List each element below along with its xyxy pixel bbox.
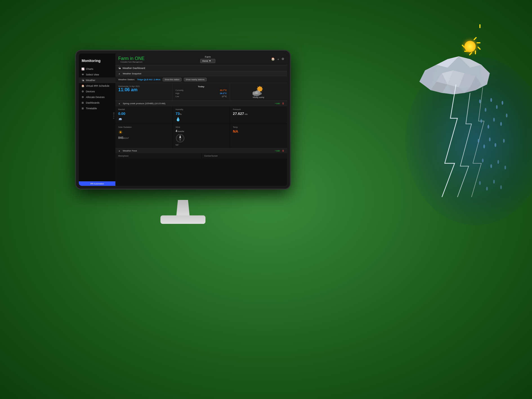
menu-vertical-label: M e n u — [112, 111, 115, 120]
feed-add-button[interactable]: + Add — [275, 150, 280, 152]
temp-label: Temp — [233, 126, 284, 128]
plus-icon[interactable]: ＋ — [277, 57, 280, 61]
mostly-sunny-label: Mostly sunny — [253, 96, 264, 98]
solar-value: 846W/m² — [118, 136, 170, 139]
rainfall-card: Rainfall 0.00 🌧 — [115, 106, 173, 124]
sensor-delete-button[interactable]: 🗑 — [282, 102, 284, 105]
svg-point-29 — [490, 164, 492, 168]
schedule-icon: 🏠 — [81, 84, 84, 88]
sunrise-sunset-label: Sunrise/Sunset — [204, 155, 285, 157]
device-icon: ⚙ — [81, 90, 84, 93]
svg-point-35 — [500, 185, 502, 189]
svg-point-26 — [495, 143, 496, 147]
station-label: Weather Station: — [118, 78, 135, 81]
sidebar-item-devices[interactable]: ⚙ Devices — [79, 89, 115, 94]
wind-label: Wind — [176, 126, 227, 128]
today-weather-grid: Wednesday 14 Apr 2021 11:06 am Today Cur… — [115, 83, 287, 101]
humidity-card: Humidity 73% 💧 — [173, 106, 230, 124]
svg-point-17 — [502, 101, 503, 105]
wind-value: 4 km/hr — [176, 129, 227, 133]
weather-feed-title: Weather Feed — [123, 150, 137, 152]
logo-one: ONE — [135, 56, 145, 61]
logo-farm: Farm — [118, 56, 130, 61]
top-icons: 🏠 ＋ ⚙ — [271, 57, 284, 61]
humidity-value: 73% — [176, 112, 227, 116]
pressure-value: 27.627 mb — [233, 112, 284, 116]
sensor-grid-row2: Solar Radiation ☀ 846W/m² Wind 4 km/hr — [115, 124, 287, 148]
svg-point-18 — [480, 119, 482, 123]
today-time: 11:06 am — [118, 87, 169, 92]
charts-icon: 📈 — [81, 67, 84, 71]
sensor-collapse-arrow[interactable]: ▲ — [118, 102, 120, 105]
svg-point-34 — [493, 180, 495, 184]
sidebar-item-virtual-irr[interactable]: 🏠 Virtual IRR Schedule — [79, 83, 115, 89]
rainfall-icon: 🌧 — [118, 117, 170, 121]
svg-point-13 — [479, 99, 481, 103]
sensor-section-header: ▲ Spring creek produce (105485) (10:15 A… — [115, 101, 287, 106]
svg-point-31 — [504, 166, 506, 170]
today-date: Wednesday 14 Apr 2021 — [118, 85, 169, 87]
sensor-add-button[interactable]: + Add — [275, 102, 280, 104]
logo-subtitle: Complete Farm Management — [120, 61, 142, 63]
feed-delete-button[interactable]: 🗑 — [282, 150, 284, 152]
currently-label: Currently — [175, 89, 183, 91]
show-nearby-button[interactable]: Show nearby stations — [184, 78, 207, 81]
logo-text: Farm in ONE — [118, 56, 144, 61]
wind-compass-icon — [176, 134, 185, 143]
gear-icon[interactable]: ⚙ — [281, 57, 284, 61]
low-label: Low — [175, 95, 179, 97]
home-icon[interactable]: 🏠 — [271, 57, 275, 61]
svg-point-15 — [490, 98, 492, 102]
feed-collapse-arrow[interactable]: ▲ — [118, 150, 120, 152]
svg-point-33 — [486, 187, 488, 191]
main-content: Farm in ONE Complete Farm Management Far… — [115, 54, 287, 186]
monitor-stand-base — [160, 215, 205, 224]
svg-line-42 — [261, 91, 262, 91]
rainfall-value: 0.00 — [118, 112, 170, 116]
weather-snapshot-title: Weather Snapshot — [123, 72, 141, 75]
monitor-stand-neck — [175, 200, 191, 217]
sunrise-sunset-card: Sunrise/Sunset — [202, 153, 287, 159]
show-station-button[interactable]: Show this station — [163, 78, 182, 81]
solar-label: Solar Radiation — [118, 126, 170, 128]
sensor-grid-row1: Rainfall 0.00 🌧 Humidity 73% 💧 P — [115, 106, 287, 124]
monitor: Monitoring 📈 Charts 👁 Select View 🌤 Weat… — [76, 51, 290, 203]
sidebar-item-allocate-devices[interactable]: ⚙ Allocate Devices — [79, 94, 115, 100]
sidebar-item-timetable[interactable]: ⊞ Timetable — [79, 106, 115, 111]
sidebar-item-charts[interactable]: 📈 Charts — [79, 66, 115, 72]
rainfall-label: Rainfall — [118, 108, 170, 110]
humidity-label: Humidity — [176, 108, 227, 110]
svg-point-28 — [482, 159, 484, 162]
moonphase-card: Moonphase — [115, 153, 201, 159]
svg-line-41 — [258, 87, 258, 87]
high-value: 28.2°C — [220, 92, 227, 95]
svg-point-16 — [496, 105, 498, 109]
eye-icon: 👁 — [81, 73, 84, 76]
wind-card: Wind 4 km/hr NA° — [173, 124, 230, 148]
svg-point-30 — [497, 160, 499, 164]
collapse-arrow[interactable]: ▲ — [118, 72, 120, 75]
svg-point-19 — [488, 125, 489, 129]
svg-point-14 — [485, 108, 486, 112]
irr-automation-bar[interactable]: IRR Automation — [79, 181, 115, 186]
timetable-icon: ⊞ — [81, 107, 84, 110]
sidebar-item-select-view[interactable]: 👁 Select View — [79, 72, 115, 77]
weather-dashboard-header: 🌤 Weather Dashboard — [115, 65, 287, 71]
currently-value: 23.7°C — [220, 89, 227, 92]
allocate-icon: ⚙ — [81, 95, 84, 99]
moonphase-label: Moonphase — [118, 155, 198, 157]
sidebar-item-dashboards[interactable]: ⊞ Dashboards — [79, 100, 115, 106]
weather-feed-grid: Moonphase Sunrise/Sunset — [115, 153, 287, 159]
today-date-panel: Wednesday 14 Apr 2021 11:06 am — [115, 83, 173, 101]
high-row: High 28.2°C — [175, 92, 227, 95]
weather-icon: 🌤 — [81, 79, 84, 82]
sensor-section-title: Spring creek produce (105485) (10:15 AM) — [123, 102, 166, 105]
pressure-label: Pressure — [233, 108, 284, 110]
svg-point-27 — [503, 139, 505, 143]
farm-selector: Farm Home ▼ — [200, 55, 215, 63]
home-dropdown[interactable]: Home ▼ — [200, 59, 215, 63]
low-row: Low 17°C — [175, 95, 227, 98]
low-value: 17°C — [222, 95, 227, 98]
solar-radiation-card: Solar Radiation ☀ 846W/m² — [115, 124, 173, 148]
sidebar-item-weather[interactable]: 🌤 Weather — [79, 77, 115, 83]
